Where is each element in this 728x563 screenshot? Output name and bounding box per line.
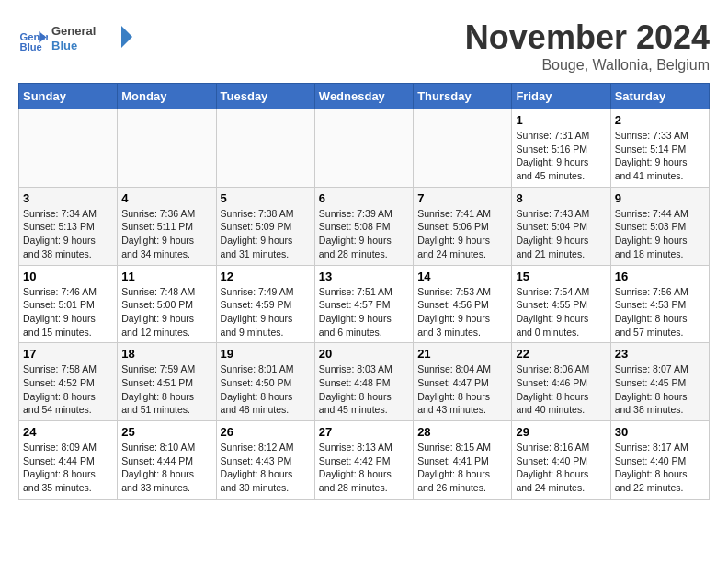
day-number: 7 — [417, 191, 507, 205]
calendar-day-3: 3Sunrise: 7:34 AMSunset: 5:13 PMDaylight… — [19, 187, 118, 265]
day-number: 5 — [221, 191, 311, 205]
calendar-day-2: 2Sunrise: 7:33 AMSunset: 5:14 PMDaylight… — [610, 109, 709, 188]
day-number: 8 — [516, 191, 606, 205]
calendar-day-21: 21Sunrise: 8:04 AMSunset: 4:47 PMDayligh… — [414, 343, 512, 421]
calendar-header-row: SundayMondayTuesdayWednesdayThursdayFrid… — [19, 84, 710, 109]
day-info: Sunrise: 8:07 AMSunset: 4:45 PMDaylight:… — [615, 362, 705, 417]
calendar-day-22: 22Sunrise: 8:06 AMSunset: 4:46 PMDayligh… — [512, 343, 610, 421]
day-info: Sunrise: 8:15 AMSunset: 4:41 PMDaylight:… — [417, 441, 507, 495]
day-number: 24 — [23, 425, 113, 439]
calendar-day-24: 24Sunrise: 8:09 AMSunset: 4:44 PMDayligh… — [19, 421, 118, 500]
calendar-day-19: 19Sunrise: 8:01 AMSunset: 4:50 PMDayligh… — [216, 343, 314, 421]
calendar-day-empty — [314, 109, 413, 188]
day-info: Sunrise: 7:46 AMSunset: 5:01 PMDaylight:… — [23, 285, 113, 339]
day-number: 18 — [121, 347, 211, 361]
calendar-day-empty — [216, 109, 314, 188]
logo: General Blue General Blue — [18, 18, 134, 60]
day-number: 2 — [615, 113, 705, 127]
logo-text: General Blue — [51, 18, 134, 60]
day-number: 29 — [516, 425, 606, 439]
day-number: 1 — [516, 113, 606, 127]
calendar-day-25: 25Sunrise: 8:10 AMSunset: 4:44 PMDayligh… — [118, 421, 216, 500]
day-number: 10 — [23, 270, 113, 283]
calendar-day-27: 27Sunrise: 8:13 AMSunset: 4:42 PMDayligh… — [314, 421, 413, 500]
day-info: Sunrise: 7:38 AMSunset: 5:09 PMDaylight:… — [221, 207, 311, 261]
day-info: Sunrise: 7:51 AMSunset: 4:57 PMDaylight:… — [319, 285, 409, 339]
calendar-day-7: 7Sunrise: 7:41 AMSunset: 5:06 PMDaylight… — [414, 187, 512, 265]
day-number: 21 — [417, 347, 507, 361]
page-header: General Blue General Blue November 2024 … — [18, 18, 710, 74]
calendar-day-29: 29Sunrise: 8:16 AMSunset: 4:40 PMDayligh… — [512, 421, 610, 500]
day-header-sunday: Sunday — [19, 84, 118, 109]
calendar-week-5: 24Sunrise: 8:09 AMSunset: 4:44 PMDayligh… — [19, 421, 710, 500]
calendar-day-5: 5Sunrise: 7:38 AMSunset: 5:09 PMDaylight… — [216, 187, 314, 265]
day-info: Sunrise: 8:17 AMSunset: 4:40 PMDaylight:… — [615, 441, 705, 495]
day-header-tuesday: Tuesday — [216, 84, 314, 109]
day-number: 17 — [23, 347, 113, 361]
day-header-saturday: Saturday — [610, 84, 709, 109]
calendar-day-18: 18Sunrise: 7:59 AMSunset: 4:51 PMDayligh… — [118, 343, 216, 421]
calendar-day-12: 12Sunrise: 7:49 AMSunset: 4:59 PMDayligh… — [216, 265, 314, 343]
day-info: Sunrise: 8:12 AMSunset: 4:43 PMDaylight:… — [221, 441, 311, 495]
day-info: Sunrise: 7:59 AMSunset: 4:51 PMDaylight:… — [121, 362, 211, 417]
day-number: 23 — [615, 347, 705, 361]
day-number: 19 — [221, 347, 311, 361]
day-number: 15 — [516, 270, 606, 283]
day-info: Sunrise: 7:54 AMSunset: 4:55 PMDaylight:… — [516, 285, 606, 339]
day-info: Sunrise: 7:58 AMSunset: 4:52 PMDaylight:… — [23, 362, 113, 417]
day-info: Sunrise: 7:36 AMSunset: 5:11 PMDaylight:… — [121, 207, 211, 261]
logo-icon: General Blue — [18, 24, 48, 53]
day-info: Sunrise: 7:33 AMSunset: 5:14 PMDaylight:… — [615, 129, 705, 183]
calendar-day-9: 9Sunrise: 7:44 AMSunset: 5:03 PMDaylight… — [610, 187, 709, 265]
calendar-day-20: 20Sunrise: 8:03 AMSunset: 4:48 PMDayligh… — [314, 343, 413, 421]
calendar-week-3: 10Sunrise: 7:46 AMSunset: 5:01 PMDayligh… — [19, 265, 710, 343]
day-number: 11 — [121, 270, 211, 283]
calendar-day-17: 17Sunrise: 7:58 AMSunset: 4:52 PMDayligh… — [19, 343, 118, 421]
calendar-day-28: 28Sunrise: 8:15 AMSunset: 4:41 PMDayligh… — [414, 421, 512, 500]
day-number: 22 — [516, 347, 606, 361]
calendar-day-empty — [118, 109, 216, 188]
svg-text:General: General — [51, 24, 96, 38]
day-info: Sunrise: 8:13 AMSunset: 4:42 PMDaylight:… — [319, 441, 409, 495]
calendar-day-30: 30Sunrise: 8:17 AMSunset: 4:40 PMDayligh… — [610, 421, 709, 500]
day-info: Sunrise: 8:09 AMSunset: 4:44 PMDaylight:… — [23, 441, 113, 495]
day-number: 16 — [615, 270, 705, 283]
day-info: Sunrise: 7:41 AMSunset: 5:06 PMDaylight:… — [417, 207, 507, 261]
day-number: 20 — [319, 347, 409, 361]
day-number: 4 — [121, 191, 211, 205]
day-info: Sunrise: 8:16 AMSunset: 4:40 PMDaylight:… — [516, 441, 606, 495]
day-info: Sunrise: 8:04 AMSunset: 4:47 PMDaylight:… — [417, 362, 507, 417]
day-info: Sunrise: 7:43 AMSunset: 5:04 PMDaylight:… — [516, 207, 606, 261]
day-info: Sunrise: 7:56 AMSunset: 4:53 PMDaylight:… — [615, 285, 705, 339]
calendar-day-10: 10Sunrise: 7:46 AMSunset: 5:01 PMDayligh… — [19, 265, 118, 343]
day-info: Sunrise: 8:03 AMSunset: 4:48 PMDaylight:… — [319, 362, 409, 417]
calendar-day-26: 26Sunrise: 8:12 AMSunset: 4:43 PMDayligh… — [216, 421, 314, 500]
day-info: Sunrise: 7:53 AMSunset: 4:56 PMDaylight:… — [417, 285, 507, 339]
day-info: Sunrise: 8:06 AMSunset: 4:46 PMDaylight:… — [516, 362, 606, 417]
day-info: Sunrise: 8:10 AMSunset: 4:44 PMDaylight:… — [121, 441, 211, 495]
day-info: Sunrise: 7:31 AMSunset: 5:16 PMDaylight:… — [516, 129, 606, 183]
day-number: 9 — [615, 191, 705, 205]
calendar-day-6: 6Sunrise: 7:39 AMSunset: 5:08 PMDaylight… — [314, 187, 413, 265]
calendar-day-1: 1Sunrise: 7:31 AMSunset: 5:16 PMDaylight… — [512, 109, 610, 188]
day-number: 6 — [319, 191, 409, 205]
day-header-friday: Friday — [512, 84, 610, 109]
day-header-wednesday: Wednesday — [314, 84, 413, 109]
day-info: Sunrise: 8:01 AMSunset: 4:50 PMDaylight:… — [221, 362, 311, 417]
day-number: 26 — [221, 425, 311, 439]
title-block: November 2024 Bouge, Wallonia, Belgium — [465, 18, 710, 74]
day-info: Sunrise: 7:44 AMSunset: 5:03 PMDaylight:… — [615, 207, 705, 261]
day-number: 27 — [319, 425, 409, 439]
day-number: 13 — [319, 270, 409, 283]
day-info: Sunrise: 7:39 AMSunset: 5:08 PMDaylight:… — [319, 207, 409, 261]
calendar-day-empty — [19, 109, 118, 188]
day-info: Sunrise: 7:48 AMSunset: 5:00 PMDaylight:… — [121, 285, 211, 339]
day-number: 30 — [615, 425, 705, 439]
month-title: November 2024 — [465, 18, 710, 57]
calendar-week-4: 17Sunrise: 7:58 AMSunset: 4:52 PMDayligh… — [19, 343, 710, 421]
calendar-table: SundayMondayTuesdayWednesdayThursdayFrid… — [18, 83, 710, 500]
day-header-thursday: Thursday — [414, 84, 512, 109]
day-number: 14 — [417, 270, 507, 283]
calendar-day-16: 16Sunrise: 7:56 AMSunset: 4:53 PMDayligh… — [610, 265, 709, 343]
location: Bouge, Wallonia, Belgium — [465, 57, 710, 74]
